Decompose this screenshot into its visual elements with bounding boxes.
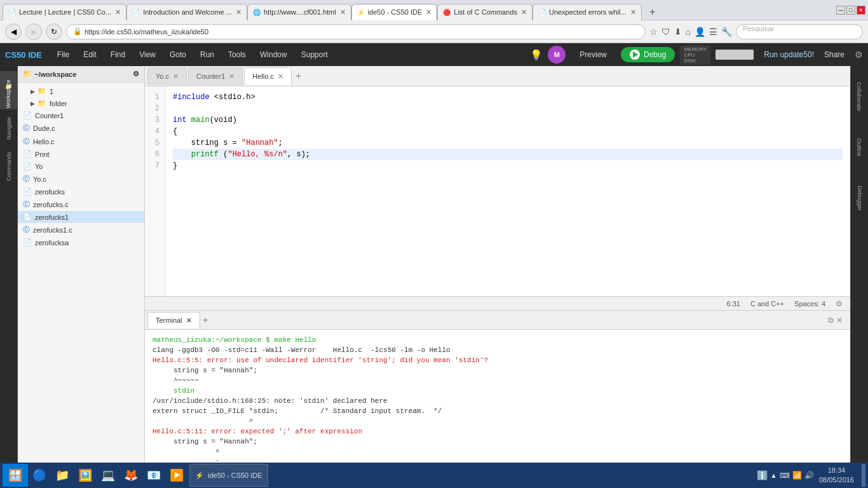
search-input[interactable]: Pesquisar [736, 24, 863, 39]
tray-chevron-icon[interactable]: ▲ [770, 471, 777, 479]
file-tree-item-dude[interactable]: Ⓒ Dude.c [18, 121, 144, 135]
file-tree-item-counter1[interactable]: 📄 Counter1 [18, 109, 144, 121]
terminal-tab[interactable]: Terminal ✕ [147, 312, 200, 329]
taskbar-computer-icon[interactable]: 💻 [97, 464, 119, 487]
terminal-close-icon[interactable]: ✕ [836, 316, 843, 325]
browser-tab-2[interactable]: 📄 Introduction and Welcome ... ✕ [126, 4, 247, 20]
code-editor[interactable]: 1 2 3 4 5 6 7 #include <stdio.h> int mai… [145, 86, 850, 296]
tab-close-6[interactable]: ✕ [630, 8, 636, 17]
sidebar-navigate-item[interactable]: Navigate [0, 109, 18, 147]
debug-button[interactable]: Debug [621, 47, 675, 62]
menu-view[interactable]: View [133, 48, 162, 62]
sidebar-workspace-item[interactable]: 📁 Workspace [0, 71, 18, 109]
file-tree-item-print[interactable]: 📄 Print [18, 148, 144, 160]
file-tree-item-yo[interactable]: 📄 Yo [18, 160, 144, 172]
right-sidebar-debugger[interactable]: Debugger [851, 173, 869, 224]
right-sidebar-collaborate[interactable]: Collaborate [851, 71, 869, 122]
user-icon[interactable]: 👤 [695, 27, 705, 37]
file-tree-item-1[interactable]: ▶ 📁 1 [18, 85, 144, 97]
code-content[interactable]: #include <stdio.h> int main(void) { stri… [165, 86, 850, 296]
tab-close-3[interactable]: ✕ [340, 8, 346, 17]
file-tree-item-zerofucksc[interactable]: Ⓒ zerofucks.c [18, 198, 144, 211]
statusbar-gear-icon[interactable]: ⚙ [836, 299, 843, 308]
file-name-1: 1 [50, 88, 53, 95]
menu-support[interactable]: Support [295, 48, 334, 62]
menu-run[interactable]: Run [194, 48, 220, 62]
taskbar-explorer-icon[interactable]: 📁 [51, 464, 74, 487]
extensions-icon[interactable]: 🔧 [721, 27, 732, 37]
editor-tab-counter1-close[interactable]: ✕ [229, 72, 234, 81]
menu-find[interactable]: Find [104, 48, 132, 62]
taskbar-ie-icon[interactable]: 🔵 [28, 464, 51, 487]
file-tree-header: 📁 ~/workspace ⚙ [18, 66, 144, 83]
terminal-tab-close[interactable]: ✕ [186, 316, 192, 325]
file-tree-item-zerofucks1[interactable]: 📄 zerofucks1 [18, 211, 144, 223]
file-tree-item-yoc[interactable]: Ⓒ Yo.c [18, 172, 144, 186]
file-tree-item-zerofucks[interactable]: 📄 zerofucks [18, 186, 144, 198]
browser-tab-5[interactable]: 🔴 List of C Commands ✕ [437, 4, 532, 20]
browser-tab-6[interactable]: 📄 Unexpected errors whil... ✕ [532, 4, 642, 20]
menu-file[interactable]: File [51, 48, 76, 62]
menu-window[interactable]: Window [254, 48, 294, 62]
file-tree-item-hello[interactable]: Ⓒ Hello.c [18, 135, 144, 148]
taskbar-firefox-icon[interactable]: 🦊 [119, 464, 142, 487]
editor-tab-yoc[interactable]: Yo.c ✕ [147, 67, 187, 85]
browser-tab-3[interactable]: 🌐 http://www....cf001.html ✕ [247, 4, 351, 20]
terminal-line-12: ^ [153, 447, 843, 457]
browser-tab-4[interactable]: ⚡ ide50 - CS50 IDE ✕ [351, 4, 438, 20]
taskbar-app-ide[interactable]: ⚡ ide50 - CS50 IDE [189, 464, 268, 487]
file-tree-settings-icon[interactable]: ⚙ [133, 70, 139, 78]
taskbar-outlook-icon[interactable]: 📧 [142, 464, 165, 487]
settings-gear-icon[interactable]: ⚙ [855, 50, 863, 60]
tab-close-2[interactable]: ✕ [236, 8, 241, 17]
editor-tab-counter1[interactable]: Counter1 ✕ [188, 67, 243, 85]
menu-tools[interactable]: Tools [222, 48, 252, 62]
star-icon[interactable]: ☆ [649, 27, 658, 37]
maximize-button[interactable]: □ [846, 6, 855, 15]
menu-icon[interactable]: ☰ [709, 27, 717, 37]
forward-button[interactable]: ▶ [25, 24, 42, 40]
close-button[interactable]: ✕ [857, 6, 865, 15]
tab-close-4[interactable]: ✕ [426, 8, 431, 17]
tray-network-icon[interactable]: 📶 [792, 471, 802, 480]
start-button[interactable]: 🪟 [3, 464, 28, 487]
language-label: C and C++ [750, 300, 784, 308]
home-icon[interactable]: ⌂ [686, 27, 691, 37]
back-button[interactable]: ◀ [5, 24, 22, 40]
download-icon[interactable]: ⬇ [674, 27, 682, 37]
right-sidebar-outline[interactable]: Outline [851, 122, 869, 173]
tab-close-5[interactable]: ✕ [521, 8, 527, 17]
editor-tab-yoc-close[interactable]: ✕ [173, 72, 179, 81]
tab-favicon-2: 📄 [132, 9, 140, 16]
arrow-icon-folder: ▶ [31, 100, 35, 107]
browser-tab-1[interactable]: 📄 Lecture | Lecture | CS50 Co... ✕ [3, 4, 126, 20]
shield-icon[interactable]: 🛡 [661, 27, 670, 37]
file-tree-item-zerofucks1c[interactable]: Ⓒ zerofucks1.c [18, 223, 144, 236]
run-update-button[interactable]: Run update50! [764, 50, 814, 59]
file-name-counter1: Counter1 [35, 112, 64, 119]
share-button[interactable]: Share [819, 48, 850, 62]
taskbar-photos-icon[interactable]: 🖼️ [74, 464, 97, 487]
editor-tab-helloc[interactable]: Hello.c ✕ [244, 67, 292, 85]
taskbar-show-desktop[interactable] [862, 464, 865, 487]
tray-keyboard-icon[interactable]: ⌨ [780, 471, 790, 480]
file-tree-item-folder[interactable]: ▶ 📁 folder [18, 97, 144, 109]
minimize-button[interactable]: ─ [836, 6, 845, 15]
bulb-icon[interactable]: 💡 [530, 49, 543, 61]
tray-info-icon[interactable]: ℹ️ [757, 470, 768, 480]
file-tree-item-zerofucksa[interactable]: 📄 zerofucksa [18, 236, 144, 248]
sidebar-commands-item[interactable]: Commands [0, 147, 18, 186]
add-terminal-tab-button[interactable]: + [203, 315, 208, 326]
add-editor-tab-button[interactable]: + [295, 71, 301, 82]
new-tab-button[interactable]: + [644, 4, 661, 20]
menu-goto[interactable]: Goto [163, 48, 193, 62]
menu-edit[interactable]: Edit [77, 48, 103, 62]
taskbar-media-icon[interactable]: ▶️ [165, 464, 188, 487]
url-bar[interactable]: 🔒 https://ide.cs50.io/matheus_iizuka/ide… [66, 24, 646, 39]
editor-tab-helloc-close[interactable]: ✕ [278, 72, 283, 81]
refresh-button[interactable]: ↻ [46, 24, 62, 40]
preview-button[interactable]: Preview [571, 48, 616, 62]
terminal-copy-icon[interactable]: ⧉ [828, 316, 834, 325]
tab-close-1[interactable]: ✕ [115, 8, 121, 17]
tray-volume-icon[interactable]: 🔊 [804, 471, 814, 480]
